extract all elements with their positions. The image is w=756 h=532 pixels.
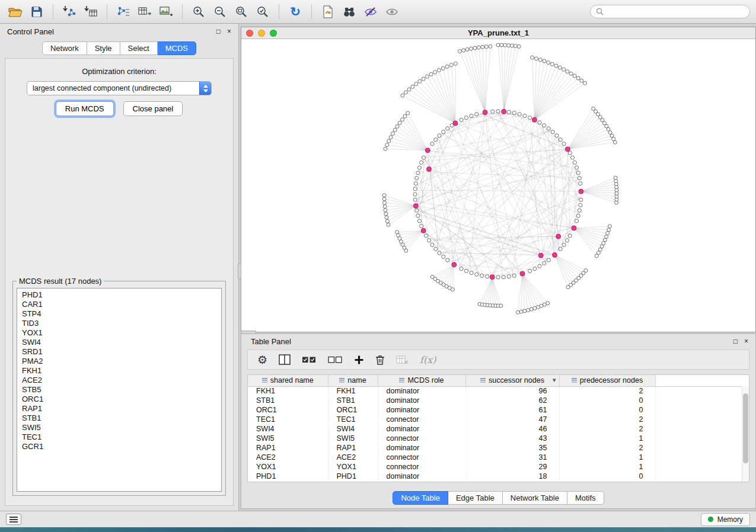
- mcds-list-item[interactable]: PHD1: [17, 290, 221, 300]
- export-image-icon[interactable]: [157, 3, 176, 21]
- table-panel-header: Table Panel □ ×: [241, 334, 755, 348]
- close-panel-button[interactable]: Close panel: [123, 101, 183, 116]
- tab-network[interactable]: Network: [42, 41, 87, 55]
- table-settings-gear-icon[interactable]: ⚙: [257, 354, 267, 366]
- tab-mcds[interactable]: MCDS: [158, 41, 196, 55]
- float-panel-icon[interactable]: □: [216, 27, 221, 36]
- hide-style-icon[interactable]: [361, 3, 380, 21]
- clone-network-icon[interactable]: [114, 3, 133, 21]
- mcds-list-item[interactable]: SWI5: [17, 423, 221, 432]
- zoom-out-icon[interactable]: [210, 3, 229, 21]
- table-row[interactable]: STB1STB1dominator620: [248, 396, 749, 405]
- table-row[interactable]: SWI4SWI4dominator462: [248, 424, 749, 434]
- table-cell: ACE2: [248, 453, 328, 462]
- panel-resize-handle[interactable]: [238, 264, 241, 279]
- memory-button[interactable]: Memory: [701, 513, 750, 526]
- refresh-layout-icon[interactable]: ↻: [286, 3, 305, 21]
- column-header-MCDS-role[interactable]: MCDS role: [378, 375, 465, 386]
- mcds-list-item[interactable]: TEC1: [17, 432, 221, 442]
- task-history-icon[interactable]: [6, 514, 21, 525]
- network-canvas[interactable]: [241, 39, 755, 332]
- table-cell: 61: [465, 405, 559, 415]
- table-cell: TEC1: [248, 415, 328, 424]
- mcds-list-item[interactable]: CAR1: [17, 300, 221, 309]
- share-document-icon[interactable]: [318, 3, 337, 21]
- show-graphics-icon[interactable]: [382, 3, 401, 21]
- column-header-predecessor-nodes[interactable]: predecessor nodes: [559, 375, 655, 386]
- import-table-icon[interactable]: [81, 3, 100, 21]
- mcds-list-item[interactable]: GCR1: [17, 442, 221, 451]
- table-tab-motifs[interactable]: Motifs: [567, 491, 604, 505]
- search-network-icon[interactable]: [340, 3, 359, 21]
- mcds-list-item[interactable]: PMA2: [17, 357, 221, 366]
- column-sort-icon: [572, 378, 577, 383]
- import-network-icon[interactable]: [60, 3, 79, 21]
- table-row[interactable]: SWI5SWI5connector431: [248, 434, 749, 443]
- table-panel-title: Table Panel: [251, 337, 291, 346]
- zoom-in-icon[interactable]: [189, 3, 208, 21]
- column-header-shared-name[interactable]: shared name: [248, 375, 328, 386]
- mcds-list-item[interactable]: STB5: [17, 385, 221, 395]
- table-row[interactable]: YOX1YOX1connector291: [248, 462, 749, 472]
- table-scrollbar[interactable]: [742, 386, 749, 482]
- mcds-list-item[interactable]: RAP1: [17, 404, 221, 414]
- mcds-list-item[interactable]: SRD1: [17, 347, 221, 357]
- table-row[interactable]: PHD1PHD1dominator180: [248, 472, 749, 481]
- column-header-filler: [655, 375, 749, 386]
- deselect-all-icon[interactable]: [328, 355, 343, 364]
- mcds-list-item[interactable]: STP4: [17, 309, 221, 319]
- optimization-dropdown[interactable]: largest connected component (undirected): [27, 81, 212, 95]
- zoom-fit-icon[interactable]: [232, 3, 251, 21]
- mcds-list-item[interactable]: FKH1: [17, 366, 221, 376]
- table-row[interactable]: FKH1FKH1dominator962: [248, 386, 749, 396]
- toolbar-separator: [279, 4, 279, 20]
- table-row[interactable]: ACE2ACE2connector311: [248, 453, 749, 462]
- search-input[interactable]: [607, 7, 744, 17]
- mcds-list-item[interactable]: ACE2: [17, 376, 221, 385]
- table-cell: SWI4: [328, 424, 378, 434]
- mcds-list-item[interactable]: YOX1: [17, 328, 221, 338]
- open-session-icon[interactable]: [6, 3, 25, 21]
- table-cell: YOX1: [328, 462, 378, 472]
- run-mcds-button[interactable]: Run MCDS: [56, 101, 114, 116]
- delete-table-icon[interactable]: [396, 355, 409, 364]
- table-row[interactable]: ORC1ORC1dominator610: [248, 405, 749, 415]
- table-tab-node-table[interactable]: Node Table: [393, 491, 448, 505]
- table-panel: Table Panel □ × ⚙ f(x) shared namenameMC…: [241, 334, 756, 509]
- table-cell: 35: [465, 443, 559, 453]
- close-panel-icon[interactable]: ×: [744, 337, 748, 345]
- tab-select[interactable]: Select: [120, 41, 158, 55]
- mcds-list-item[interactable]: TID3: [17, 319, 221, 328]
- table-cell: ORC1: [248, 405, 328, 415]
- column-sort-icon: [399, 378, 404, 383]
- function-builder-icon[interactable]: f(x): [420, 354, 436, 366]
- table-row[interactable]: RAP1RAP1dominator352: [248, 443, 749, 453]
- mcds-list-item[interactable]: STB1: [17, 414, 221, 423]
- table-cell: FKH1: [328, 386, 378, 396]
- column-sort-icon: [262, 378, 267, 383]
- table-row[interactable]: TEC1TEC1connector472: [248, 415, 749, 424]
- save-session-icon[interactable]: [27, 3, 46, 21]
- export-table-icon[interactable]: [135, 3, 154, 21]
- add-row-icon[interactable]: [354, 355, 364, 365]
- toolbar-separator: [311, 4, 312, 20]
- close-panel-icon[interactable]: ×: [227, 27, 231, 36]
- column-layout-icon[interactable]: [279, 354, 291, 365]
- table-cell: YOX1: [248, 462, 328, 472]
- column-header-successor-nodes[interactable]: successor nodes▾: [465, 375, 559, 386]
- mcds-result-list[interactable]: PHD1CAR1STP4TID3YOX1SWI4SRD1PMA2FKH1ACE2…: [17, 288, 222, 492]
- column-menu-caret-icon[interactable]: ▾: [553, 376, 556, 384]
- scrollbar-thumb[interactable]: [743, 393, 748, 463]
- table-tab-edge-table[interactable]: Edge Table: [448, 491, 503, 505]
- float-panel-icon[interactable]: □: [733, 337, 738, 345]
- table-tab-network-table[interactable]: Network Table: [503, 491, 567, 505]
- zoom-selected-icon[interactable]: [253, 3, 272, 21]
- delete-row-icon[interactable]: [375, 354, 385, 365]
- select-all-icon[interactable]: [302, 355, 317, 364]
- tab-style[interactable]: Style: [87, 41, 120, 55]
- table-toolbar: ⚙ f(x): [247, 350, 749, 370]
- mcds-list-item[interactable]: ORC1: [17, 395, 221, 404]
- mcds-list-item[interactable]: SWI4: [17, 338, 221, 347]
- table-cell: SWI5: [248, 434, 328, 443]
- column-header-name[interactable]: name: [328, 375, 378, 386]
